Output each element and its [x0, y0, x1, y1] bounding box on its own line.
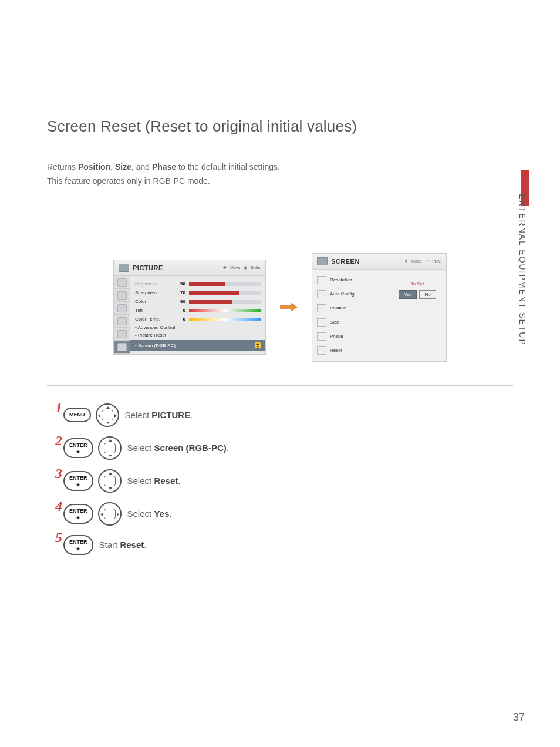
- param-label: Tint: [135, 308, 171, 313]
- param-bar: [189, 300, 261, 304]
- param-sharpness: Sharpness 70: [135, 288, 261, 297]
- param-advanced: • Advanced Control: [135, 324, 261, 331]
- t: Yes: [154, 509, 169, 519]
- screen-item-resolution[interactable]: Resolution: [317, 273, 384, 287]
- item-label: Phase: [330, 334, 343, 339]
- enter-dot-icon: ◉: [76, 482, 80, 486]
- sidebar-slot: [114, 302, 130, 315]
- step-number: 4: [52, 499, 62, 514]
- to-set-label: To Set: [393, 281, 441, 287]
- sidebar-slot: [114, 315, 130, 328]
- enter-button[interactable]: ENTER◉: [63, 471, 93, 491]
- param-bar: [189, 318, 261, 321]
- dpad-ud-icon[interactable]: [98, 436, 122, 460]
- no-button[interactable]: No: [419, 290, 436, 299]
- intro-text: Returns Position, Size, and Phase to the…: [47, 160, 513, 189]
- intro-position: Position: [78, 162, 110, 171]
- step-number: 5: [52, 530, 62, 546]
- menu-button[interactable]: MENU: [63, 408, 91, 422]
- t: PICTURE: [151, 410, 190, 420]
- param-screen-rgbpc-selected[interactable]: • Screen (RGB-PC): [130, 340, 265, 351]
- sidebar-icon: [117, 343, 127, 351]
- t: Reset: [120, 540, 144, 550]
- dpad-nav-icon[interactable]: [96, 403, 119, 427]
- step-number: 1: [52, 400, 62, 416]
- intro-suffix: to the default initial settings.: [176, 162, 280, 171]
- hint-prev-icon: ↩: [425, 259, 429, 264]
- sidebar-slot: [114, 289, 130, 302]
- hint-enter-icon: ◉: [244, 265, 247, 270]
- item-icon: [317, 318, 326, 327]
- item-icon: [317, 304, 326, 312]
- osd-picture-title: PICTURE: [133, 264, 163, 271]
- item-label: Auto Config.: [330, 291, 356, 297]
- item-label: Resolution: [330, 277, 352, 282]
- step-number: 2: [52, 433, 62, 449]
- step-instruction: Select Reset.: [127, 476, 181, 486]
- yes-button[interactable]: Yes: [399, 290, 417, 299]
- param-picture-reset-label: Picture Reset: [138, 332, 166, 338]
- enter-button[interactable]: ENTER◉: [63, 438, 93, 458]
- step-number: 3: [52, 466, 62, 482]
- screen-icon: [317, 257, 328, 265]
- enter-dot-icon: ◉: [76, 515, 80, 519]
- intro-phase: Phase: [152, 162, 176, 171]
- sidebar-icon: [117, 278, 127, 287]
- step-instruction: Select Screen (RGB-PC).: [127, 443, 229, 453]
- param-value: 0: [175, 317, 185, 322]
- item-label: Size: [330, 319, 339, 325]
- screen-confirm: To Set Yes No: [389, 270, 446, 361]
- screen-item-reset[interactable]: Reset: [317, 344, 384, 358]
- param-selected-label: Screen (RGB-PC): [138, 343, 176, 348]
- hint-move-icon: ✥: [223, 265, 227, 270]
- t: Start: [99, 540, 120, 550]
- t: Reset: [154, 476, 178, 486]
- param-picture-reset: • Picture Reset: [135, 331, 261, 339]
- t: Select: [127, 476, 154, 486]
- t: .: [227, 443, 229, 453]
- param-bar: [189, 282, 261, 286]
- screen-item-size[interactable]: Size: [317, 315, 384, 329]
- param-label: Color Temp.: [135, 317, 171, 322]
- param-fill: [189, 291, 239, 295]
- item-label: Reset: [330, 348, 342, 353]
- sidebar-icon: [117, 291, 127, 300]
- updown-icon: [255, 342, 261, 348]
- t: Select: [125, 410, 152, 420]
- dpad-lr-icon[interactable]: [98, 502, 122, 526]
- screen-item-position[interactable]: Position: [317, 301, 384, 315]
- t: .: [178, 476, 180, 486]
- param-fill: [189, 282, 225, 286]
- figure-row: PICTURE ✥ Move ◉ Enter: [47, 253, 513, 362]
- param-bar: [189, 309, 261, 312]
- screen-list: Resolution Auto Config. Position Size Ph…: [312, 270, 389, 361]
- screen-item-autoconfig[interactable]: Auto Config.: [317, 287, 384, 301]
- screen-item-phase[interactable]: Phase: [317, 329, 384, 344]
- arrow-icon: [280, 303, 298, 311]
- param-value: 50: [175, 281, 185, 287]
- param-colortemp: Color Temp. 0: [135, 315, 261, 324]
- enter-button-label: ENTER: [69, 443, 87, 448]
- enter-button[interactable]: ENTER◉: [63, 535, 93, 555]
- osd-picture-header: PICTURE ✥ Move ◉ Enter: [114, 260, 265, 276]
- intro-sep1: ,: [110, 162, 115, 171]
- page: Screen Reset (Reset to original initial …: [0, 0, 560, 747]
- intro-sep2: , and: [131, 162, 152, 171]
- osd-picture-panel: PICTURE ✥ Move ◉ Enter: [113, 260, 266, 355]
- sidebar-slot-selected: [114, 341, 130, 354]
- param-value: 70: [175, 290, 185, 295]
- osd-screen-header: SCREEN ✥ Move ↩ Prev.: [312, 254, 446, 270]
- param-fill: [189, 300, 232, 304]
- step-2: 2 ENTER◉ Select Screen (RGB-PC).: [47, 436, 513, 460]
- enter-button[interactable]: ENTER◉: [63, 504, 93, 524]
- item-icon: [317, 276, 326, 284]
- t: .: [190, 410, 193, 420]
- item-icon: [317, 332, 326, 341]
- hint-move-icon: ✥: [404, 259, 408, 264]
- intro-line2: This feature operates only in RGB-PC mod…: [47, 176, 210, 186]
- osd-screen-panel: SCREEN ✥ Move ↩ Prev. Resolution Auto Co…: [312, 253, 447, 362]
- t: .: [144, 540, 146, 550]
- dpad-ud-icon[interactable]: [98, 469, 122, 493]
- param-label: Color: [135, 299, 171, 304]
- menu-button-label: MENU: [69, 412, 85, 418]
